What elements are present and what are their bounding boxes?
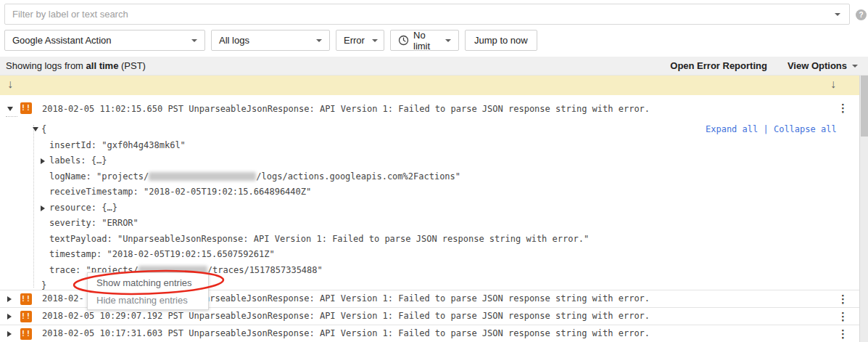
json-line: insertId: "gxf0h4g438mk6l" (0, 138, 696, 154)
log-entry-json-detail: {insertId: "gxf0h4g438mk6l"labels: {…}lo… (0, 122, 696, 294)
jump-to-now-label: Jump to now (474, 35, 528, 46)
hide-matching-entries-item[interactable]: Hide matching entries (88, 292, 208, 309)
expand-all-link[interactable]: Expand all (706, 124, 758, 134)
scrollbar-thumb[interactable] (861, 76, 868, 137)
redacted-text (149, 172, 256, 181)
context-menu: Show matching entries Hide matching entr… (87, 272, 209, 310)
log-entry-summary[interactable]: 2018-02-05 10:17:31.603 PST UnparseableJ… (42, 328, 650, 338)
json-line: logName: "projects//logs/actions.googlea… (0, 169, 696, 185)
log-entry-summary[interactable]: 2018-02-05 11:02:15.650 PST UnparseableJ… (42, 104, 650, 114)
view-options-menu[interactable]: View Options (788, 60, 858, 71)
json-text: textPayload: "UnparseableJsonResponse: A… (49, 234, 589, 244)
jump-to-now-button[interactable]: Jump to now (465, 30, 537, 51)
row-overflow-menu-icon[interactable]: ⋮ (838, 102, 848, 114)
error-severity-icon: !! (20, 102, 32, 114)
json-text: severity: "ERROR" (49, 218, 139, 228)
row-overflow-menu-icon[interactable]: ⋮ (838, 328, 848, 340)
time-range-value: all time (86, 60, 119, 71)
json-line: timestamp: "2018-02-05T19:02:15.65075926… (0, 247, 696, 263)
chevron-down-icon (372, 39, 378, 42)
row-overflow-menu-icon[interactable]: ⋮ (838, 311, 848, 322)
json-line: resource: {…} (0, 200, 696, 216)
severity-selector-label: Error (344, 35, 365, 46)
json-text: timestamp: "2018-02-05T19:02:15.65075926… (49, 249, 275, 259)
json-text: receiveTimestamp: "2018-02-05T19:02:15.6… (49, 187, 311, 197)
resource-selector-label: Google Assistant Action (12, 35, 184, 46)
json-line: receiveTimestamp: "2018-02-05T19:02:15.6… (0, 184, 696, 200)
expand-entry-icon[interactable] (7, 296, 12, 302)
json-text: { (41, 124, 46, 134)
expand-node-icon[interactable] (41, 158, 45, 164)
expand-node-icon[interactable] (41, 205, 45, 211)
show-matching-entries-item[interactable]: Show matching entries (88, 274, 208, 292)
collapse-entry-icon[interactable] (7, 107, 13, 111)
log-entry-summary[interactable]: 2018-02-05 10:29:07.192 PST UnparseableJ… (42, 311, 650, 321)
json-line: severity: "ERROR" (0, 216, 696, 232)
chevron-down-icon (445, 39, 451, 42)
filter-dropdown-caret-icon[interactable] (835, 13, 840, 16)
download-arrow-icon[interactable]: ↓ (7, 78, 13, 91)
log-entry-row[interactable]: !!2018-02-05 10:17:31.603 PST Unparseabl… (0, 325, 859, 342)
tree-guide-line (6, 116, 17, 117)
json-text: logName: "projects/ (49, 171, 149, 182)
download-arrow-icon[interactable]: ↓ (830, 78, 836, 91)
resource-selector-dropdown[interactable]: Google Assistant Action (4, 30, 205, 51)
load-newer-logs-band[interactable]: ↓ ↓ (0, 76, 859, 95)
filter-search-box[interactable] (4, 4, 850, 25)
time-limit-label: No limit (413, 30, 438, 52)
severity-selector-dropdown[interactable]: Error (336, 30, 384, 51)
logs-selector-dropdown[interactable]: All logs (211, 30, 330, 51)
showing-logs-text: Showing logs from all time (PST) (6, 60, 146, 71)
expand-entry-icon[interactable] (7, 314, 12, 319)
logs-selector-label: All logs (219, 35, 309, 46)
json-text: insertId: "gxf0h4g438mk6l" (49, 140, 186, 150)
collapse-all-link[interactable]: Collapse all (774, 124, 837, 134)
expand-collapse-links: Expand all | Collapse all (706, 124, 837, 134)
chevron-down-icon (852, 65, 858, 68)
status-bar: Showing logs from all time (PST) Open Er… (0, 57, 868, 76)
error-severity-icon: !! (20, 293, 32, 305)
json-text: labels: {…} (49, 155, 107, 166)
clock-icon (398, 35, 409, 46)
json-text: } (41, 280, 46, 290)
row-overflow-menu-icon[interactable]: ⋮ (838, 293, 848, 305)
time-limit-dropdown[interactable]: No limit (390, 30, 459, 51)
json-line: labels: {…} (0, 153, 696, 169)
json-line: textPayload: "UnparseableJsonResponse: A… (0, 232, 696, 248)
open-error-reporting-link[interactable]: Open Error Reporting (670, 60, 767, 71)
collapse-node-icon[interactable] (33, 127, 38, 131)
chevron-down-icon (316, 39, 322, 42)
error-severity-icon: !! (20, 328, 32, 340)
json-text: /traces/1517857335488" (207, 265, 323, 275)
json-line: { (0, 122, 696, 138)
json-text: resource: {…} (49, 203, 117, 213)
filter-search-input[interactable] (5, 4, 835, 24)
chevron-down-icon (191, 39, 197, 42)
help-icon[interactable]: ? (856, 9, 867, 20)
error-severity-icon: !! (20, 311, 32, 322)
log-entry-row-expanded[interactable]: !! 2018-02-05 11:02:15.650 PST Unparseab… (0, 95, 859, 121)
json-text: /logs/actions.googleapis.com%2Factions" (256, 171, 460, 182)
vertical-scrollbar[interactable] (859, 76, 868, 342)
expand-entry-icon[interactable] (7, 331, 12, 337)
link-separator: | (758, 124, 774, 134)
